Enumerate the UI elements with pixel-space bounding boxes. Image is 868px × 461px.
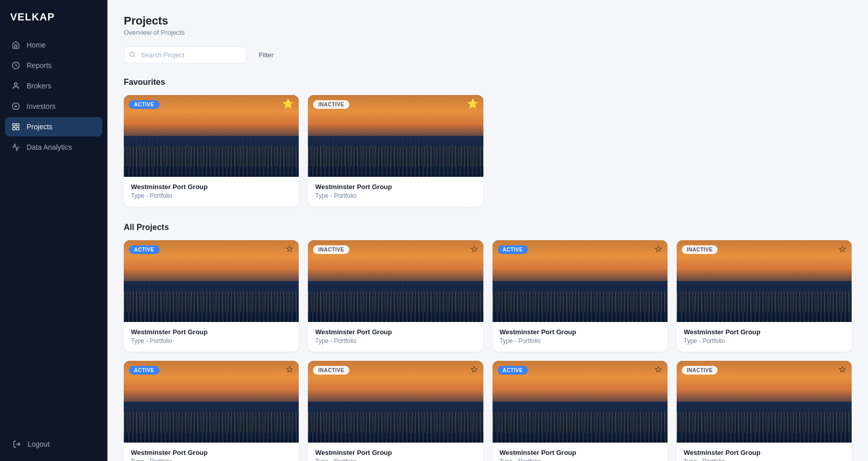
reports-icon xyxy=(11,61,20,70)
favourite-btn-2[interactable]: ☆ xyxy=(470,244,478,253)
favourites-grid: ACTIVE ⭐ Westminster Port Group Type - P… xyxy=(124,95,852,206)
favourite-card-2[interactable]: INACTIVE ⭐ Westminster Port Group Type -… xyxy=(308,95,483,206)
sidebar-item-data-analytics[interactable]: Data Analytics xyxy=(5,137,102,157)
sidebar-item-reports[interactable]: Reports xyxy=(5,56,102,75)
sidebar-item-brokers[interactable]: Brokers xyxy=(5,76,102,96)
status-badge-7: ACTIVE xyxy=(498,366,528,375)
status-badge-2: INACTIVE xyxy=(313,245,349,254)
svg-rect-6 xyxy=(16,124,19,126)
analytics-icon xyxy=(11,143,20,152)
card-image-fav-2: INACTIVE ⭐ xyxy=(308,95,483,177)
logout-label: Logout xyxy=(28,440,50,448)
card-image-3: ACTIVE ☆ xyxy=(493,240,667,322)
page-subtitle: Overview of Projects xyxy=(124,29,852,36)
card-image-fav-1: ACTIVE ⭐ xyxy=(124,95,299,177)
search-icon xyxy=(129,51,136,59)
card-title-5: Westminster Port Group xyxy=(131,449,292,456)
status-badge-6: INACTIVE xyxy=(313,366,349,375)
card-image-5: ACTIVE ☆ xyxy=(124,361,299,443)
all-projects-title: All Projects xyxy=(124,223,852,232)
project-card-8[interactable]: INACTIVE ☆ Westminster Port Group Type -… xyxy=(677,361,852,461)
home-icon xyxy=(11,40,20,50)
card-title-8: Westminster Port Group xyxy=(684,449,844,456)
sidebar-analytics-label: Data Analytics xyxy=(27,143,72,151)
favourite-card-1[interactable]: ACTIVE ⭐ Westminster Port Group Type - P… xyxy=(124,95,299,206)
sidebar-nav: Home Reports Brokers Investors xyxy=(0,35,107,427)
favourite-btn-8[interactable]: ☆ xyxy=(838,365,847,374)
card-body-8: Westminster Port Group Type - Portfolio xyxy=(677,443,852,461)
main-content: Projects Overview of Projects Filter Fav… xyxy=(107,0,868,461)
project-card-6[interactable]: INACTIVE ☆ Westminster Port Group Type -… xyxy=(308,361,483,461)
investors-icon xyxy=(11,102,20,111)
card-body-5: Westminster Port Group Type - Portfolio xyxy=(124,443,299,461)
card-type-8: Type - Portfolio xyxy=(684,458,844,461)
card-body-fav-2: Westminster Port Group Type - Portfolio xyxy=(308,177,483,206)
filter-button[interactable]: Filter xyxy=(255,49,278,61)
status-badge-5: ACTIVE xyxy=(129,366,160,375)
all-projects-grid: ACTIVE ☆ Westminster Port Group Type - P… xyxy=(124,240,852,461)
svg-rect-5 xyxy=(13,124,15,126)
favourite-btn-fav-1[interactable]: ⭐ xyxy=(282,99,294,108)
card-type-3: Type - Portfolio xyxy=(500,337,660,344)
card-type-1: Type - Portfolio xyxy=(131,337,292,344)
card-image-1: ACTIVE ☆ xyxy=(124,240,299,322)
page-title: Projects xyxy=(124,14,852,28)
card-body-1: Westminster Port Group Type - Portfolio xyxy=(124,322,299,352)
sidebar: VELKAP Home Reports Brokers xyxy=(0,0,107,461)
svg-point-10 xyxy=(130,52,135,56)
card-body-6: Westminster Port Group Type - Portfolio xyxy=(308,443,483,461)
project-card-1[interactable]: ACTIVE ☆ Westminster Port Group Type - P… xyxy=(124,240,299,352)
favourite-btn-1[interactable]: ☆ xyxy=(285,244,294,253)
all-projects-section: All Projects ACTIVE ☆ Westminster Port G… xyxy=(124,223,852,461)
project-card-3[interactable]: ACTIVE ☆ Westminster Port Group Type - P… xyxy=(493,240,667,352)
svg-line-11 xyxy=(133,56,135,57)
card-title-4: Westminster Port Group xyxy=(684,328,844,336)
favourites-section: Favourites ACTIVE ⭐ Westminster Port Gro… xyxy=(124,78,852,206)
status-badge-1: ACTIVE xyxy=(129,245,160,254)
card-type-2: Type - Portfolio xyxy=(315,337,476,344)
sidebar-projects-label: Projects xyxy=(27,123,53,131)
sidebar-home-label: Home xyxy=(27,41,46,49)
card-title-1: Westminster Port Group xyxy=(131,328,292,336)
favourite-btn-4[interactable]: ☆ xyxy=(838,244,847,253)
logout-icon xyxy=(12,440,21,449)
project-card-7[interactable]: ACTIVE ☆ Westminster Port Group Type - P… xyxy=(493,361,667,461)
status-badge-3: ACTIVE xyxy=(498,245,528,254)
sidebar-item-investors[interactable]: Investors xyxy=(5,97,102,116)
sidebar-reports-label: Reports xyxy=(27,61,52,70)
sidebar-brokers-label: Brokers xyxy=(27,82,51,90)
project-card-5[interactable]: ACTIVE ☆ Westminster Port Group Type - P… xyxy=(124,361,299,461)
status-badge-4: INACTIVE xyxy=(682,245,718,254)
card-body-7: Westminster Port Group Type - Portfolio xyxy=(493,443,667,461)
status-badge-8: INACTIVE xyxy=(682,366,718,375)
favourite-btn-7[interactable]: ☆ xyxy=(654,365,662,374)
card-body-4: Westminster Port Group Type - Portfolio xyxy=(677,322,852,352)
card-title-fav-1: Westminster Port Group xyxy=(131,183,292,191)
page-header: Projects Overview of Projects xyxy=(124,14,852,36)
search-wrapper xyxy=(124,47,247,63)
projects-icon xyxy=(11,122,20,131)
project-card-2[interactable]: INACTIVE ☆ Westminster Port Group Type -… xyxy=(308,240,483,352)
card-title-6: Westminster Port Group xyxy=(315,449,476,456)
favourite-btn-fav-2[interactable]: ⭐ xyxy=(467,99,478,108)
svg-rect-7 xyxy=(16,127,19,130)
sidebar-item-projects[interactable]: Projects xyxy=(5,117,102,136)
sidebar-investors-label: Investors xyxy=(27,102,56,110)
card-image-4: INACTIVE ☆ xyxy=(677,240,852,322)
card-image-6: INACTIVE ☆ xyxy=(308,361,483,443)
card-title-7: Westminster Port Group xyxy=(500,449,660,456)
svg-point-1 xyxy=(14,83,17,85)
project-card-4[interactable]: INACTIVE ☆ Westminster Port Group Type -… xyxy=(677,240,852,352)
app-logo: VELKAP xyxy=(0,0,107,35)
sidebar-item-home[interactable]: Home xyxy=(5,35,102,55)
favourite-btn-3[interactable]: ☆ xyxy=(654,244,662,253)
card-title-2: Westminster Port Group xyxy=(315,328,476,336)
card-title-fav-2: Westminster Port Group xyxy=(315,183,476,191)
card-type-4: Type - Portfolio xyxy=(684,337,844,344)
logout-button[interactable]: Logout xyxy=(10,435,97,453)
status-badge-fav-1: ACTIVE xyxy=(129,100,160,109)
favourite-btn-6[interactable]: ☆ xyxy=(470,365,478,374)
card-image-8: INACTIVE ☆ xyxy=(677,361,852,443)
favourite-btn-5[interactable]: ☆ xyxy=(285,365,294,374)
search-input[interactable] xyxy=(124,47,247,63)
